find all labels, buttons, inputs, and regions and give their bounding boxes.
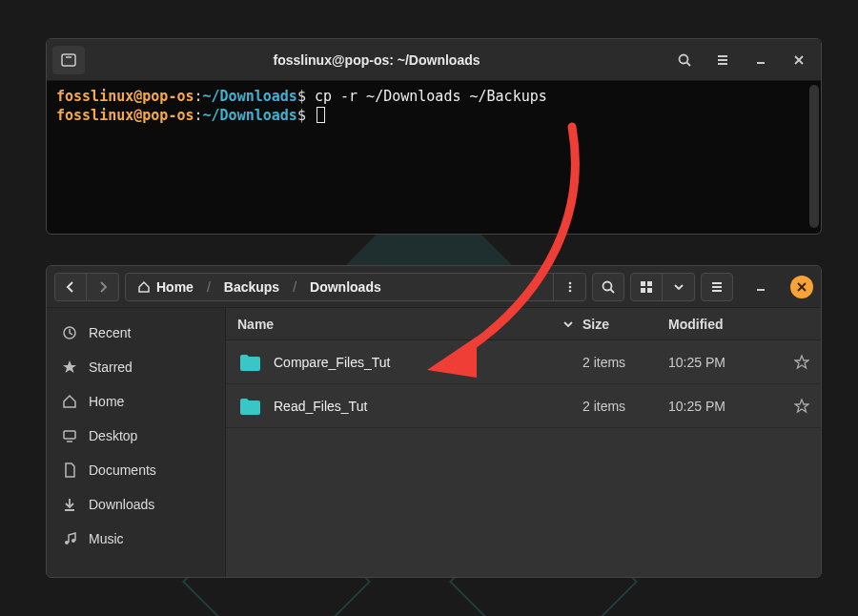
- sidebar-item-label: Downloads: [89, 497, 154, 512]
- terminal-menu-button[interactable]: [706, 46, 739, 74]
- star-outline-icon: [794, 355, 809, 370]
- svg-point-11: [568, 285, 571, 288]
- clock-icon: [62, 325, 77, 340]
- column-name[interactable]: Name: [226, 317, 582, 332]
- sidebar-item-label: Home: [89, 394, 124, 409]
- breadcrumb-label: Home: [156, 279, 194, 295]
- column-size[interactable]: Size: [582, 317, 668, 332]
- svg-line-3: [687, 62, 691, 66]
- sidebar-item-starred[interactable]: Starred: [47, 350, 225, 384]
- prompt-user: fosslinux@pop-os: [56, 107, 194, 124]
- star-icon: [62, 359, 77, 375]
- sidebar-item-music[interactable]: Music: [47, 522, 225, 556]
- file-modified: 10:25 PM: [668, 355, 783, 370]
- fm-minimize-button[interactable]: [745, 273, 777, 301]
- fm-toolbar: Home / Backups / Downloads: [47, 266, 821, 308]
- folder-icon: [239, 398, 260, 415]
- fm-menu-button[interactable]: [701, 273, 733, 301]
- svg-point-12: [568, 289, 571, 292]
- terminal-window: fosslinux@pop-os: ~/Downloads fosslinux@…: [46, 38, 822, 235]
- breadcrumb-home[interactable]: Home: [126, 274, 205, 300]
- nav-group: [54, 273, 119, 301]
- terminal-close-button[interactable]: [783, 46, 815, 74]
- sidebar-item-documents[interactable]: Documents: [47, 453, 225, 487]
- new-tab-button[interactable]: [52, 46, 85, 74]
- terminal-minimize-button[interactable]: [745, 46, 777, 74]
- fm-body: Recent Starred Home Desktop Documents Do…: [47, 308, 821, 577]
- breadcrumb-downloads[interactable]: Downloads: [298, 274, 393, 300]
- column-name-label: Name: [237, 317, 274, 332]
- svg-marker-34: [795, 400, 808, 412]
- terminal-titlebar: fosslinux@pop-os: ~/Downloads: [47, 39, 821, 81]
- cursor: [317, 107, 325, 123]
- path-options-button[interactable]: [553, 274, 585, 300]
- music-icon: [62, 531, 77, 546]
- svg-rect-15: [641, 281, 645, 286]
- sidebar-item-desktop[interactable]: Desktop: [47, 419, 225, 453]
- file-row[interactable]: Compare_Files_Tut 2 items 10:25 PM: [226, 340, 821, 384]
- path-bar: Home / Backups / Downloads: [125, 273, 586, 301]
- svg-rect-16: [647, 281, 652, 286]
- terminal-scrollbar[interactable]: [809, 85, 819, 228]
- download-icon: [62, 497, 77, 512]
- file-name: Read_Files_Tut: [274, 399, 582, 414]
- terminal-line: fosslinux@pop-os:~/Downloads$ cp -r ~/Do…: [56, 87, 811, 106]
- back-button[interactable]: [54, 273, 87, 301]
- folder-icon: [239, 354, 260, 371]
- star-outline-icon: [794, 399, 809, 414]
- doc-icon: [62, 462, 77, 478]
- command-text: cp -r ~/Downloads ~/Backups: [315, 88, 547, 105]
- svg-point-13: [603, 281, 612, 290]
- breadcrumb-separator: /: [205, 279, 213, 295]
- column-modified-label: Modified: [668, 317, 724, 332]
- view-dropdown-button[interactable]: [663, 273, 695, 301]
- sidebar-item-downloads[interactable]: Downloads: [47, 487, 225, 522]
- sidebar-item-label: Documents: [89, 462, 156, 478]
- terminal-line: fosslinux@pop-os:~/Downloads$: [56, 106, 811, 125]
- svg-rect-27: [64, 431, 75, 439]
- prompt-user: fosslinux@pop-os: [56, 88, 194, 105]
- breadcrumb-separator: /: [291, 279, 298, 295]
- svg-rect-0: [62, 54, 75, 66]
- svg-rect-18: [647, 288, 652, 293]
- breadcrumb-label: Downloads: [310, 279, 381, 295]
- home-icon: [62, 394, 77, 409]
- desktop-icon: [62, 428, 77, 443]
- svg-marker-26: [63, 360, 76, 373]
- star-toggle[interactable]: [783, 399, 821, 414]
- view-mode-group: [630, 273, 695, 301]
- column-headers: Name Size Modified: [226, 308, 821, 340]
- sort-desc-icon: [563, 319, 573, 329]
- terminal-body[interactable]: fosslinux@pop-os:~/Downloads$ cp -r ~/Do…: [47, 81, 821, 234]
- prompt-path: ~/Downloads: [203, 107, 297, 124]
- breadcrumb-label: Backups: [224, 279, 279, 295]
- sidebar: Recent Starred Home Desktop Documents Do…: [47, 308, 226, 577]
- fm-close-button[interactable]: [790, 276, 813, 298]
- svg-rect-17: [641, 288, 645, 293]
- file-size: 2 items: [582, 399, 668, 414]
- file-manager-window: Home / Backups / Downloads: [46, 265, 822, 578]
- file-modified: 10:25 PM: [668, 399, 783, 414]
- forward-button[interactable]: [87, 273, 119, 301]
- terminal-search-button[interactable]: [668, 46, 701, 74]
- sidebar-item-recent[interactable]: Recent: [47, 316, 225, 350]
- column-size-label: Size: [582, 317, 609, 332]
- svg-marker-33: [795, 356, 808, 368]
- home-icon: [137, 280, 151, 294]
- terminal-title: fosslinux@pop-os: ~/Downloads: [91, 52, 663, 68]
- svg-point-2: [680, 54, 688, 63]
- sidebar-item-label: Desktop: [89, 428, 137, 443]
- sidebar-item-label: Starred: [89, 359, 133, 375]
- svg-line-14: [611, 289, 615, 293]
- fm-search-button[interactable]: [592, 273, 624, 301]
- sidebar-item-label: Recent: [89, 325, 131, 340]
- file-size: 2 items: [582, 355, 668, 370]
- prompt-path: ~/Downloads: [203, 88, 297, 105]
- column-modified[interactable]: Modified: [668, 317, 783, 332]
- star-toggle[interactable]: [783, 355, 821, 370]
- svg-point-10: [568, 281, 571, 284]
- sidebar-item-home[interactable]: Home: [47, 384, 225, 419]
- file-row[interactable]: Read_Files_Tut 2 items 10:25 PM: [226, 384, 821, 428]
- breadcrumb-backups[interactable]: Backups: [213, 274, 291, 300]
- grid-view-button[interactable]: [630, 273, 663, 301]
